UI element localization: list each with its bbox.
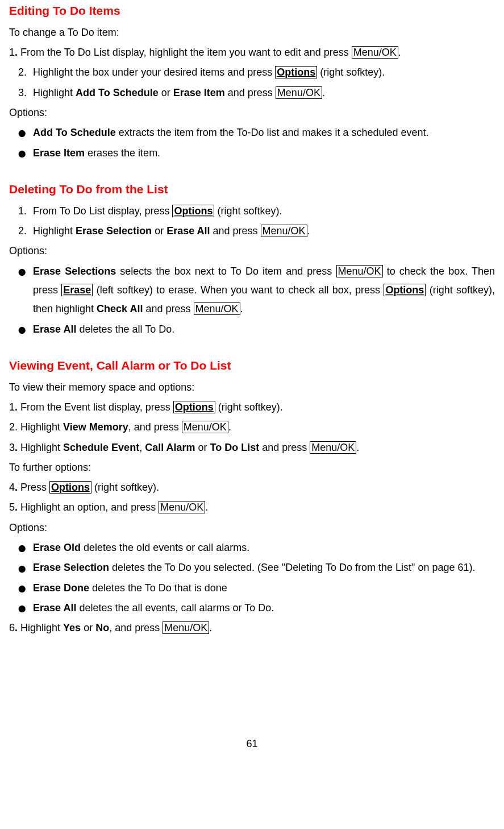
step-num: 1 (9, 401, 15, 413)
bold-erase-all: Erase All (166, 225, 210, 237)
step-end: . (398, 47, 401, 58)
step-text-a: Highlight (18, 442, 63, 453)
step-2: 2. Highlight View Memory, and press Menu… (9, 418, 495, 437)
step-text-c: , and press (109, 622, 163, 633)
step-text-a: Press (18, 482, 49, 493)
step-num: 1. (18, 202, 33, 221)
options-label: Options: (9, 242, 495, 260)
step-2: 2.Highlight Erase Selection or Erase All… (9, 222, 495, 241)
step-text-a: Highlight (18, 622, 63, 633)
bullet-bold: Erase Selection (33, 562, 109, 573)
page-number: 61 (9, 735, 495, 753)
step-text-a: , and press (128, 421, 182, 433)
step-text-b: (right softkey). (91, 482, 159, 493)
step-text: Highlight (33, 225, 76, 237)
step-num: 4 (9, 482, 15, 493)
section-heading-deleting: Deleting To Do from the List (9, 179, 495, 201)
bold-erase-selection: Erase Selection (76, 225, 152, 237)
section-heading-viewing: Viewing Event, Call Alarm or To Do List (9, 355, 495, 377)
bullet-end: . (240, 303, 243, 314)
step-text: Highlight the box under your desired ite… (33, 67, 275, 78)
bullet-erase-item: ⬤Erase Item erases the item. (9, 144, 495, 163)
intro-text: To view their memory space and options: (9, 378, 495, 397)
or-text: or (81, 622, 95, 633)
key-options: Options (173, 401, 215, 413)
step-text: From the Event list display, press (18, 401, 173, 413)
step-num: 2. (18, 222, 33, 241)
step-text: Highlight (33, 87, 76, 98)
step-pre: 2. Highlight (9, 421, 63, 433)
key-menu-ok: Menu/OK (276, 86, 322, 99)
step-num: 3. (18, 84, 33, 102)
key-menu-ok: Menu/OK (182, 421, 228, 433)
step-num: 2. (18, 63, 33, 82)
options-label: Options: (9, 519, 495, 537)
bold-view-memory: View Memory (63, 421, 128, 433)
bullet-icon: ⬤ (18, 147, 33, 160)
intro-text: To change a To Do item: (9, 23, 495, 42)
step-1: 1. From the Event list display, press Op… (9, 398, 495, 417)
step-text-c: and press (225, 87, 276, 98)
step-end: . (307, 225, 310, 237)
bullet-bold: Add To Schedule (33, 127, 116, 138)
step-3: 3. Highlight Schedule Event, Call Alarm … (9, 438, 495, 457)
bullet-erase-old: ⬤Erase Old deletes the old events or cal… (9, 538, 495, 557)
bullet-text-a: selects the box next to To Do item and p… (116, 266, 336, 277)
key-menu-ok: Menu/OK (194, 302, 240, 315)
options-label: Options: (9, 103, 495, 122)
bullet-bold: Erase Done (33, 582, 89, 594)
step-6: 6. Highlight Yes or No, and press Menu/O… (9, 619, 495, 637)
bullet-icon: ⬤ (18, 324, 33, 336)
or-text: or (152, 225, 166, 237)
bullet-erase-selection: ⬤Erase Selection deletes the To Do you s… (9, 558, 495, 577)
bold-add-to-schedule: Add To Schedule (76, 87, 159, 98)
bullet-text-c: (left softkey) to erase. When you want t… (93, 284, 384, 296)
bold-no: No (95, 622, 109, 633)
bullet-erase-all: ⬤Erase All deletes the all events, call … (9, 599, 495, 617)
bullet-bold: Erase Selections (33, 266, 116, 277)
key-options: Options (384, 284, 426, 296)
bullet-add-to-schedule: ⬤Add To Schedule extracts the item from … (9, 123, 495, 142)
step-end: . (322, 87, 325, 98)
key-menu-ok: Menu/OK (310, 441, 356, 454)
bullet-text: erases the item. (85, 147, 160, 159)
step-1: 1.From To Do List display, press Options… (9, 202, 495, 221)
bullet-text: deletes the old events or call alarms. (81, 542, 249, 553)
step-text-b: (right sofktey). (317, 67, 385, 78)
bullet-text: deletes the all To Do. (76, 324, 174, 335)
key-options: Options (49, 481, 91, 494)
step-end: . (209, 622, 212, 633)
step-3: 3.Highlight Add To Schedule or Erase Ite… (9, 84, 495, 102)
bold-erase-item: Erase Item (173, 87, 225, 98)
bullet-erase-all: ⬤Erase All deletes the all To Do. (9, 320, 495, 339)
bullet-bold: Erase All (33, 602, 76, 614)
bullet-icon: ⬤ (18, 562, 33, 575)
step-text: From To Do List display, press (33, 205, 172, 217)
step-text-b: (right softkey). (215, 401, 283, 413)
bold-todo-list: To Do List (210, 442, 260, 453)
step-num: 6 (9, 622, 15, 633)
or-text: or (159, 87, 173, 98)
step-end: . (228, 421, 231, 433)
bullet-erase-selections: ⬤Erase Selections selects the box next t… (9, 262, 495, 319)
step-1: 1. From the To Do List display, highligh… (9, 43, 495, 62)
step-end: . (205, 501, 208, 513)
step-2: 2.Highlight the box under your desired i… (9, 63, 495, 82)
bullet-text: deletes the all events, call alarms or T… (76, 602, 274, 614)
comma: , (139, 442, 145, 453)
bold-yes: Yes (63, 622, 81, 633)
bullet-bold: Erase Item (33, 147, 85, 159)
bullet-bold: Erase All (33, 324, 76, 335)
key-menu-ok: Menu/OK (261, 225, 307, 237)
bullet-bold: Erase Old (33, 542, 81, 553)
bullet-text: deletes the To Do you selected. (See "De… (109, 562, 476, 573)
bullet-erase-done: ⬤Erase Done deletes the To Do that is do… (9, 579, 495, 598)
step-num: 5 (9, 501, 15, 513)
step-5: 5. Highlight an option, and press Menu/O… (9, 498, 495, 517)
bullet-text-e: and press (143, 303, 193, 314)
bullet-icon: ⬤ (18, 602, 33, 615)
step-4: 4. Press Options (right softkey). (9, 478, 495, 497)
step-text-d: and press (259, 442, 310, 453)
key-menu-ok: Menu/OK (336, 265, 383, 277)
step-text-b: (right softkey). (214, 205, 282, 217)
